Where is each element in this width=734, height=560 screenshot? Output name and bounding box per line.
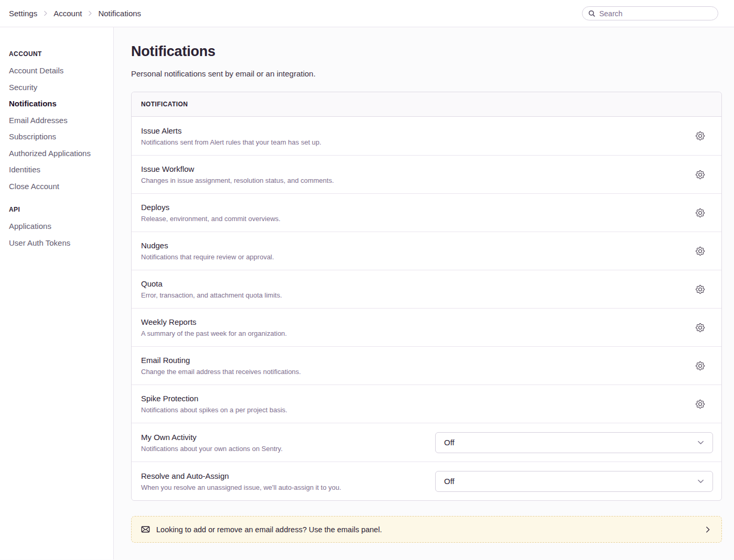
row-title: Spike Protection bbox=[141, 394, 693, 403]
envelope-icon bbox=[141, 525, 150, 534]
settings-gear-button[interactable] bbox=[693, 129, 707, 143]
sidebar-item-user-auth-tokens[interactable]: User Auth Tokens bbox=[9, 237, 108, 254]
notification-row-my-own-activity: My Own ActivityNotifications about your … bbox=[132, 423, 721, 462]
row-title: Quota bbox=[141, 279, 693, 288]
gear-icon bbox=[696, 247, 705, 256]
sidebar-section-title-api: API bbox=[9, 204, 108, 215]
notification-row-resolve-and-auto-assign: Resolve and Auto-AssignWhen you resolve … bbox=[132, 462, 721, 500]
row-description: Error, transaction, and attachment quota… bbox=[141, 291, 693, 299]
row-description: Change the email address that receives n… bbox=[141, 368, 693, 376]
row-title: Weekly Reports bbox=[141, 317, 693, 326]
sidebar-item-applications[interactable]: Applications bbox=[9, 221, 108, 237]
settings-gear-button[interactable] bbox=[693, 321, 707, 335]
row-title: Issue Alerts bbox=[141, 126, 693, 135]
notification-row-issue-workflow: Issue WorkflowChanges in issue assignmen… bbox=[132, 155, 721, 193]
row-description: When you resolve an unassigned issue, we… bbox=[141, 484, 435, 491]
sidebar-item-security[interactable]: Security bbox=[9, 82, 108, 98]
settings-gear-button[interactable] bbox=[693, 359, 707, 373]
row-text: Spike ProtectionNotifications about spik… bbox=[141, 394, 693, 414]
settings-gear-button[interactable] bbox=[693, 397, 707, 411]
row-description: Release, environment, and commit overvie… bbox=[141, 215, 693, 223]
row-text: Resolve and Auto-AssignWhen you resolve … bbox=[141, 471, 435, 491]
notification-row-quota: QuotaError, transaction, and attachment … bbox=[132, 270, 721, 308]
breadcrumb-separator-icon bbox=[87, 10, 93, 17]
gear-icon bbox=[696, 285, 705, 294]
breadcrumb-item-settings[interactable]: Settings bbox=[9, 9, 37, 18]
row-text: Issue WorkflowChanges in issue assignmen… bbox=[141, 164, 693, 184]
row-text: NudgesNotifications that require review … bbox=[141, 241, 693, 261]
chevron-down-icon bbox=[697, 438, 705, 446]
sidebar-item-account-details[interactable]: Account Details bbox=[9, 65, 108, 82]
notification-row-issue-alerts: Issue AlertsNotifications sent from Aler… bbox=[132, 117, 721, 155]
row-text: My Own ActivityNotifications about your … bbox=[141, 433, 435, 453]
row-description: Notifications about your own actions on … bbox=[141, 445, 435, 453]
email-panel-banner[interactable]: Looking to add or remove an email addres… bbox=[131, 516, 722, 543]
breadcrumb-item-account[interactable]: Account bbox=[53, 9, 82, 18]
select-value: Off bbox=[444, 477, 455, 486]
chevron-right-icon bbox=[704, 526, 711, 533]
sidebar-item-close-account[interactable]: Close Account bbox=[9, 181, 108, 197]
row-title: Issue Workflow bbox=[141, 164, 693, 173]
row-title: My Own Activity bbox=[141, 433, 435, 442]
notification-row-weekly-reports: Weekly ReportsA summary of the past week… bbox=[132, 308, 721, 346]
sidebar-item-identities[interactable]: Identities bbox=[9, 164, 108, 181]
settings-gear-button[interactable] bbox=[693, 282, 707, 297]
main-content: Notifications Personal notifications sen… bbox=[114, 27, 734, 559]
notification-row-email-routing: Email RoutingChange the email address th… bbox=[132, 346, 721, 385]
sidebar: ACCOUNTAccount DetailsSecurityNotificati… bbox=[0, 27, 114, 559]
notifications-panel: NOTIFICATION Issue AlertsNotifications s… bbox=[131, 92, 722, 501]
sidebar-item-email-addresses[interactable]: Email Addresses bbox=[9, 115, 108, 131]
row-title: Deploys bbox=[141, 203, 693, 212]
notification-row-spike-protection: Spike ProtectionNotifications about spik… bbox=[132, 385, 721, 423]
breadcrumb: SettingsAccountNotifications bbox=[9, 9, 141, 18]
gear-icon bbox=[696, 400, 705, 409]
settings-gear-button[interactable] bbox=[693, 168, 707, 182]
panel-header: NOTIFICATION bbox=[132, 92, 721, 117]
row-title: Email Routing bbox=[141, 356, 693, 365]
gear-icon bbox=[696, 170, 705, 179]
chevron-down-icon bbox=[697, 477, 705, 485]
notification-row-deploys: DeploysRelease, environment, and commit … bbox=[132, 193, 721, 232]
row-text: DeploysRelease, environment, and commit … bbox=[141, 203, 693, 223]
select-value: Off bbox=[444, 438, 455, 447]
top-bar: SettingsAccountNotifications bbox=[0, 0, 734, 27]
row-description: Notifications sent from Alert rules that… bbox=[141, 138, 693, 146]
breadcrumb-separator-icon bbox=[42, 10, 49, 17]
settings-gear-button[interactable] bbox=[693, 244, 707, 258]
row-title: Resolve and Auto-Assign bbox=[141, 471, 435, 480]
banner-text: Looking to add or remove an email addres… bbox=[156, 525, 382, 534]
row-text: Weekly ReportsA summary of the past week… bbox=[141, 317, 693, 337]
gear-icon bbox=[696, 361, 705, 370]
search-input[interactable] bbox=[599, 9, 712, 18]
gear-icon bbox=[696, 131, 705, 140]
settings-gear-button[interactable] bbox=[693, 206, 707, 220]
row-title: Nudges bbox=[141, 241, 693, 250]
sidebar-item-authorized-applications[interactable]: Authorized Applications bbox=[9, 148, 108, 164]
my-own-activity-select[interactable]: Off bbox=[435, 432, 713, 453]
breadcrumb-item-notifications[interactable]: Notifications bbox=[98, 9, 141, 18]
sidebar-section-title-account: ACCOUNT bbox=[9, 49, 108, 60]
sidebar-item-notifications[interactable]: Notifications bbox=[9, 98, 108, 115]
row-description: A summary of the past week for an organi… bbox=[141, 330, 693, 337]
row-text: Issue AlertsNotifications sent from Aler… bbox=[141, 126, 693, 146]
gear-icon bbox=[696, 323, 705, 332]
search-box[interactable] bbox=[582, 6, 718, 20]
notification-rows: Issue AlertsNotifications sent from Aler… bbox=[132, 117, 721, 500]
sidebar-item-subscriptions[interactable]: Subscriptions bbox=[9, 131, 108, 148]
sidebar-section-gap bbox=[9, 197, 108, 204]
notification-row-nudges: NudgesNotifications that require review … bbox=[132, 232, 721, 270]
row-description: Notifications about spikes on a per proj… bbox=[141, 406, 693, 414]
gear-icon bbox=[696, 208, 705, 217]
search-icon bbox=[588, 10, 596, 17]
page-subtitle: Personal notifications sent by email or … bbox=[131, 69, 722, 78]
page-title: Notifications bbox=[131, 43, 722, 60]
row-description: Changes in issue assignment, resolution … bbox=[141, 177, 693, 184]
row-description: Notifications that require review or app… bbox=[141, 253, 693, 261]
resolve-and-auto-assign-select[interactable]: Off bbox=[435, 471, 713, 492]
row-text: QuotaError, transaction, and attachment … bbox=[141, 279, 693, 299]
row-text: Email RoutingChange the email address th… bbox=[141, 356, 693, 376]
